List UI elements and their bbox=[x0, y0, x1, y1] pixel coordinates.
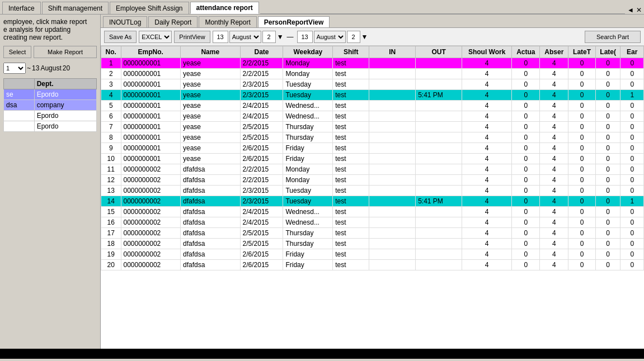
select-button[interactable]: Select bbox=[3, 46, 31, 58]
table-row[interactable]: 7 0000000001 yease 2/5/2015 Thursday tes… bbox=[101, 122, 644, 132]
date-from-month-select[interactable]: August bbox=[229, 31, 261, 43]
table-row[interactable]: 20 0000000002 dfafdsa 2/6/2015 Friday te… bbox=[101, 260, 644, 270]
col-header-shift: Shift bbox=[333, 46, 369, 58]
date-to-month-select[interactable]: August bbox=[314, 31, 346, 43]
table-row[interactable]: 9 0000000001 yease 2/6/2015 Friday test … bbox=[101, 143, 644, 154]
dropdown-to-icon[interactable]: ▼ bbox=[361, 33, 368, 41]
scroll-left-icon[interactable]: ◄ bbox=[627, 6, 634, 14]
date-to-year[interactable] bbox=[347, 31, 360, 43]
attendance-table: No. EmpNo. Name Date Weekday Shift IN OU… bbox=[101, 46, 644, 270]
tab-inoutlog[interactable]: INOUTLog bbox=[103, 16, 147, 27]
close-icon[interactable]: ✕ bbox=[636, 6, 642, 14]
sidebar-employee-table: Dept. seEpordodsacompanyEpordoEpordo bbox=[3, 78, 97, 132]
table-row[interactable]: 13 0000000002 dfafdsa 2/3/2015 Tuesday t… bbox=[101, 186, 644, 196]
table-row[interactable]: 2 0000000001 yease 2/2/2015 Monday test … bbox=[101, 69, 644, 79]
col-header-lateT: LateT bbox=[568, 46, 596, 58]
table-row[interactable]: 16 0000000002 dfafdsa 2/4/2015 Wednesd..… bbox=[101, 217, 644, 228]
table-header: No. EmpNo. Name Date Weekday Shift IN OU… bbox=[101, 46, 644, 58]
date-to-control: August ▼ bbox=[297, 31, 368, 43]
col-header-date: Date bbox=[240, 46, 283, 58]
sidebar-table-row[interactable]: dsacompany bbox=[4, 100, 97, 111]
date-to-day[interactable] bbox=[297, 31, 313, 43]
sidebar-info: employee, click make report e analysis f… bbox=[3, 18, 97, 41]
search-part-button[interactable]: Search Part bbox=[585, 31, 641, 43]
col-header-weekday: Weekday bbox=[283, 46, 333, 58]
table-body: 1 0000000001 yease 2/2/2015 Monday test … bbox=[101, 58, 644, 270]
tab-attendance-report[interactable]: attendance report bbox=[190, 2, 259, 14]
col-header-no: No. bbox=[101, 46, 121, 58]
col-header-absent: Abser bbox=[540, 46, 568, 58]
date-from-control: August ▼ bbox=[213, 31, 284, 43]
table-row[interactable]: 6 0000000001 yease 2/4/2015 Wednesd... t… bbox=[101, 111, 644, 122]
content-area: INOUTLog Daily Report Monthly Report Per… bbox=[101, 15, 644, 349]
table-row[interactable]: 18 0000000002 dfafdsa 2/5/2015 Thursday … bbox=[101, 239, 644, 249]
tab-person-report-view[interactable]: PersonReportView bbox=[258, 16, 330, 27]
range-start-select[interactable]: 123 bbox=[3, 63, 26, 74]
date-from-year[interactable] bbox=[262, 31, 276, 43]
toolbar: Save As EXCELCSVPDF PrintView August ▼ —… bbox=[101, 28, 644, 46]
col-header-in: IN bbox=[369, 46, 416, 58]
print-view-button[interactable]: PrintView bbox=[174, 31, 210, 43]
table-row[interactable]: 14 0000000002 dfafdsa 2/3/2015 Tuesday t… bbox=[101, 196, 644, 207]
sidebar-table-row[interactable]: Epordo bbox=[4, 111, 97, 121]
tab-employee-shift-assign[interactable]: Employee Shift Assign bbox=[110, 2, 189, 14]
tab-shift-management[interactable]: Shift management bbox=[42, 2, 109, 14]
table-row[interactable]: 1 0000000001 yease 2/2/2015 Monday test … bbox=[101, 58, 644, 69]
col-header-empno: EmpNo. bbox=[121, 46, 181, 58]
col-header-out: OUT bbox=[416, 46, 462, 58]
table-row[interactable]: 3 0000000001 yease 2/3/2015 Tuesday test… bbox=[101, 79, 644, 90]
table-row[interactable]: 17 0000000002 dfafdsa 2/5/2015 Thursday … bbox=[101, 228, 644, 239]
col-header-should: Shoul Work bbox=[462, 46, 512, 58]
table-row[interactable]: 19 0000000002 dfafdsa 2/6/2015 Friday te… bbox=[101, 249, 644, 260]
status-bar bbox=[0, 349, 644, 359]
table-row[interactable]: 4 0000000001 yease 2/3/2015 Tuesday test… bbox=[101, 90, 644, 101]
table-row[interactable]: 15 0000000002 dfafdsa 2/4/2015 Wednesd..… bbox=[101, 207, 644, 217]
table-row[interactable]: 8 0000000001 yease 2/5/2015 Thursday tes… bbox=[101, 132, 644, 143]
col-header-lateD: Late( bbox=[595, 46, 621, 58]
table-row[interactable]: 10 0000000001 yease 2/6/2015 Friday test… bbox=[101, 154, 644, 164]
date-from-day[interactable] bbox=[213, 31, 228, 43]
col-header-early: Ear bbox=[621, 46, 644, 58]
format-select[interactable]: EXCELCSVPDF bbox=[139, 31, 172, 43]
table-row[interactable]: 5 0000000001 yease 2/4/2015 Wednesd... t… bbox=[101, 101, 644, 111]
sub-tab-bar: INOUTLog Daily Report Monthly Report Per… bbox=[101, 15, 644, 28]
sidebar-table-row[interactable]: Epordo bbox=[4, 121, 97, 132]
tab-daily-report[interactable]: Daily Report bbox=[148, 16, 198, 27]
col-header-name: Name bbox=[181, 46, 241, 58]
top-tab-bar: Interface Shift management Employee Shif… bbox=[0, 0, 644, 15]
dropdown-from-icon[interactable]: ▼ bbox=[277, 33, 284, 41]
date-dash: — bbox=[286, 33, 295, 41]
tab-monthly-report[interactable]: Monthly Report bbox=[199, 16, 256, 27]
col-header-actual: Actua bbox=[512, 46, 540, 58]
table-row[interactable]: 11 0000000002 dfafdsa 2/2/2015 Monday te… bbox=[101, 164, 644, 175]
sidebar-table-row[interactable]: seEpordo bbox=[4, 89, 97, 100]
table-row[interactable]: 12 0000000002 dfafdsa 2/2/2015 Monday te… bbox=[101, 175, 644, 186]
tab-interface[interactable]: Interface bbox=[2, 2, 41, 14]
make-report-button[interactable]: Make Report bbox=[34, 46, 97, 58]
data-table-container[interactable]: No. EmpNo. Name Date Weekday Shift IN OU… bbox=[101, 46, 644, 349]
sidebar: employee, click make report e analysis f… bbox=[0, 15, 101, 349]
save-as-button[interactable]: Save As bbox=[104, 31, 137, 43]
